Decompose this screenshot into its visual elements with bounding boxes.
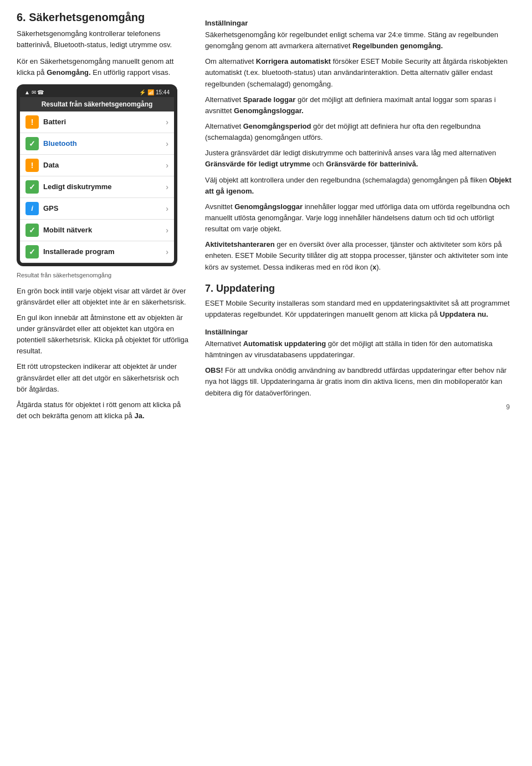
- settings-para-6: Välj objekt att kontrollera under den re…: [205, 175, 515, 197]
- scan-icon-bluetooth: ✓: [25, 137, 39, 150]
- section-heading-7: 7. Uppdatering: [205, 283, 515, 295]
- settings-para-1: Säkerhetsgenomgång kör regelbundet enlig…: [205, 29, 515, 52]
- scan-label-mobilt: Mobilt nätverk: [43, 226, 161, 234]
- scan-label-gps: GPS: [43, 204, 161, 212]
- phone-screen: ▲ ✉ ☎ ⚡ 📶 15:44 Resultat från säkerhetsg…: [20, 88, 174, 263]
- green-check-para: En grön bock intill varje objekt visar a…: [17, 286, 188, 308]
- scan-icon-ledigt: ✓: [25, 180, 39, 194]
- update-para-1: ESET Mobile Security installeras som sta…: [205, 298, 515, 320]
- scan-label-bluetooth: Bluetooth: [43, 139, 161, 148]
- scan-item-data[interactable]: ! Data ›: [20, 155, 174, 176]
- scan-icon-data: !: [25, 159, 39, 172]
- scan-icon-gps: i: [25, 202, 39, 215]
- intro-paragraph-2: Kör en Säkerhetsgenomgång manuellt genom…: [17, 56, 188, 78]
- status-icons-left: ▲ ✉ ☎: [24, 89, 44, 95]
- settings-heading-1: Inställningar: [205, 19, 515, 27]
- scan-label-installerade: Installerade program: [43, 247, 161, 256]
- settings-heading-2: Inställningar: [205, 328, 515, 336]
- yellow-icon-para: En gul ikon innebär att åtminstone ett a…: [17, 312, 188, 357]
- phone-caption: Resultat från säkerhetsgenomgång: [17, 271, 188, 280]
- section-heading-6: 6. Säkerhetsgenomgång: [17, 11, 188, 24]
- update-obs-para: OBS! För att undvika onödig användning a…: [205, 365, 515, 398]
- right-column: Inställningar Säkerhetsgenomgång kör reg…: [205, 11, 515, 426]
- red-icon-para: Ett rött utropstecken indikerar att obje…: [17, 361, 188, 394]
- settings-para-5: Justera gränsvärdet där ledigt diskutrym…: [205, 148, 515, 170]
- page: 6. Säkerhetsgenomgång Säkerhetsgenomgång…: [0, 0, 532, 437]
- scan-label-batteri: Batteri: [43, 118, 161, 126]
- scan-label-ledigt: Ledigt diskutrymme: [43, 182, 161, 191]
- scan-label-data: Data: [43, 161, 161, 169]
- phone-mockup: ▲ ✉ ☎ ⚡ 📶 15:44 Resultat från säkerhetsg…: [17, 84, 177, 266]
- scan-icon-batteri: !: [25, 115, 39, 129]
- settings-para-4: Alternativet Genomgångsperiod gör det mö…: [205, 121, 515, 143]
- scan-item-batteri[interactable]: ! Batteri ›: [20, 111, 174, 133]
- scan-icon-installerade: ✓: [25, 245, 39, 258]
- scan-icon-mobilt: ✓: [25, 224, 39, 237]
- status-icons-right: ⚡ 📶 15:44: [139, 89, 170, 95]
- intro-paragraph-1: Säkerhetsgenomgång kontrollerar telefone…: [17, 28, 188, 50]
- scan-item-mobilt[interactable]: ✓ Mobilt nätverk ›: [20, 220, 174, 241]
- settings-para-8: Aktivitetshanteraren ger en översikt öve…: [205, 239, 515, 272]
- settings-para-3: Alternativet Sparade loggar gör det möjl…: [205, 94, 515, 116]
- update-para-2: Alternativet Automatisk uppdatering gör …: [205, 338, 515, 361]
- scan-item-gps[interactable]: i GPS ›: [20, 198, 174, 220]
- scan-item-ledigt[interactable]: ✓ Ledigt diskutrymme ›: [20, 176, 174, 198]
- scan-item-installerade[interactable]: ✓ Installerade program ›: [20, 241, 174, 263]
- left-column: 6. Säkerhetsgenomgång Säkerhetsgenomgång…: [17, 11, 188, 426]
- phone-status-bar: ▲ ✉ ☎ ⚡ 📶 15:44: [20, 88, 174, 97]
- settings-para-2: Om alternativet Korrigera automatiskt fö…: [205, 56, 515, 89]
- scan-item-bluetooth[interactable]: ✓ Bluetooth ›: [20, 133, 174, 155]
- fix-red-para: Åtgärda status för objektet i rött genom…: [17, 399, 188, 422]
- settings-para-7: Avsnittet Genomgångsloggar innehåller lo…: [205, 201, 515, 235]
- page-number: 9: [205, 403, 515, 417]
- phone-header: Resultat från säkerhetsgenomgång: [20, 97, 174, 111]
